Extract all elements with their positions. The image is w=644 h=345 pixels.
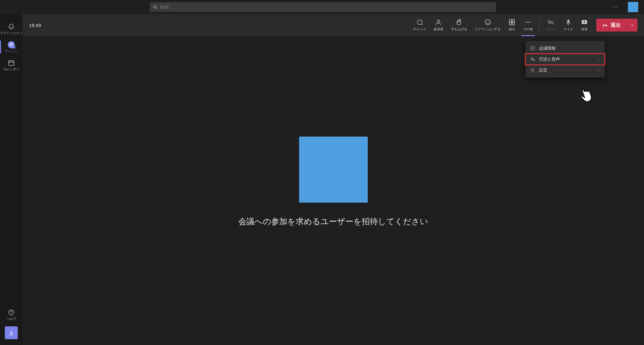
menu-meeting-info-label: 会議情報 — [539, 45, 556, 51]
rail-activity-label: アクティビティ — [0, 31, 23, 35]
tool-raise-label: 手を上げる — [451, 27, 467, 32]
menu-settings-label: 設定 — [539, 67, 547, 73]
tool-mic-label: マイク — [563, 27, 573, 32]
grid-icon — [508, 19, 515, 26]
bell-icon — [8, 23, 15, 30]
leave-button[interactable]: 退出 — [596, 19, 627, 32]
tool-share[interactable]: 共有 — [577, 14, 592, 36]
search-input[interactable] — [160, 5, 493, 10]
tool-share-label: 共有 — [581, 27, 588, 32]
download-icon — [8, 330, 14, 336]
tool-people[interactable]: 参加者 — [430, 14, 447, 36]
hangup-icon — [602, 22, 608, 28]
camera-off-icon — [547, 19, 554, 26]
gear-icon — [530, 68, 535, 73]
svg-point-25 — [532, 70, 533, 71]
svg-point-7 — [11, 314, 11, 314]
chat-icon — [8, 41, 15, 48]
svg-rect-14 — [509, 23, 512, 25]
chevron-down-icon — [630, 23, 634, 27]
tool-people-label: 参加者 — [434, 27, 443, 32]
tool-camera-label: カメラ — [546, 27, 556, 32]
people-icon — [435, 19, 442, 26]
rail-chat[interactable]: チャット — [0, 38, 23, 56]
chevron-right-icon — [597, 57, 600, 62]
svg-point-11 — [488, 21, 489, 22]
svg-point-16 — [525, 22, 526, 23]
svg-rect-2 — [9, 61, 14, 66]
rail-calendar[interactable]: カレンダー — [0, 56, 23, 74]
invite-prompt: 会議への参加を求めるユーザーを招待してください — [238, 216, 428, 227]
leave-group: 退出 — [596, 19, 638, 32]
more-dropdown: 会議情報 言語と音声 設定 — [525, 41, 605, 78]
title-more-button[interactable]: ··· — [609, 0, 621, 14]
more-icon — [524, 19, 532, 26]
tool-react[interactable]: リアクションする — [471, 14, 505, 36]
meeting-stage: 会議への参加を求めるユーザーを招待してください 会議情報 言語と音声 設定 — [23, 36, 644, 345]
menu-language-label: 言語と音声 — [539, 56, 560, 62]
svg-point-10 — [486, 21, 487, 22]
svg-rect-13 — [512, 20, 514, 22]
tool-react-label: リアクションする — [475, 27, 501, 32]
toolbar-divider — [539, 19, 540, 31]
search-box[interactable] — [150, 2, 496, 12]
svg-point-18 — [530, 22, 531, 23]
app-rail: アクティビティ チャット カレンダー ヘルプ — [0, 14, 23, 345]
rail-chat-label: チャット — [5, 49, 18, 53]
tool-more[interactable]: その他 — [519, 14, 537, 36]
meeting-toolbar: 18:49 チャット 参加者 手を上げる リアクションする 表示 その他 — [23, 14, 644, 36]
menu-language-speech[interactable]: 言語と音声 — [525, 54, 605, 65]
language-icon — [530, 57, 535, 62]
rail-help[interactable]: ヘルプ — [6, 309, 16, 321]
svg-point-8 — [437, 20, 439, 22]
tool-raise-hand[interactable]: 手を上げる — [447, 14, 471, 36]
search-icon — [153, 5, 158, 9]
info-icon — [530, 46, 535, 51]
svg-rect-12 — [509, 20, 512, 22]
leave-label: 退出 — [610, 22, 621, 29]
chevron-right-icon — [597, 68, 600, 73]
tool-chat[interactable]: チャット — [409, 14, 430, 36]
rail-bottom: ヘルプ — [0, 309, 23, 345]
mic-icon — [565, 19, 572, 26]
share-screen-icon — [581, 19, 588, 26]
svg-rect-20 — [567, 20, 569, 23]
svg-line-1 — [156, 8, 157, 9]
download-button[interactable] — [5, 326, 18, 339]
tool-camera[interactable]: カメラ — [542, 14, 560, 36]
meeting-tools: チャット 参加者 手を上げる リアクションする 表示 その他 カメラ — [409, 14, 638, 36]
menu-meeting-info[interactable]: 会議情報 — [525, 43, 605, 54]
leave-dropdown[interactable] — [627, 19, 638, 32]
svg-point-17 — [527, 22, 528, 23]
hand-icon — [456, 19, 463, 26]
chat-bubble-icon — [416, 19, 423, 26]
emoji-icon — [484, 19, 491, 26]
tool-mic[interactable]: マイク — [560, 14, 577, 36]
tool-view-label: 表示 — [509, 27, 515, 32]
rail-help-label: ヘルプ — [6, 317, 16, 321]
rail-activity[interactable]: アクティビティ — [0, 20, 23, 38]
rail-calendar-label: カレンダー — [3, 67, 19, 72]
svg-point-0 — [154, 5, 156, 8]
calendar-icon — [8, 59, 15, 66]
user-avatar[interactable] — [628, 2, 638, 12]
svg-rect-15 — [512, 23, 514, 25]
stage-center: 会議への参加を求めるユーザーを招待してください — [238, 137, 428, 227]
cursor-hand-overlay — [577, 86, 595, 104]
svg-point-9 — [485, 20, 491, 25]
help-icon — [8, 309, 15, 316]
menu-settings[interactable]: 設定 — [525, 65, 605, 76]
tool-view[interactable]: 表示 — [505, 14, 519, 36]
title-bar: ··· — [0, 0, 644, 14]
meeting-time: 18:49 — [29, 23, 41, 28]
participant-avatar — [299, 137, 368, 203]
svg-point-24 — [532, 47, 533, 47]
tool-more-label: その他 — [523, 27, 533, 32]
tool-chat-label: チャット — [413, 27, 426, 32]
